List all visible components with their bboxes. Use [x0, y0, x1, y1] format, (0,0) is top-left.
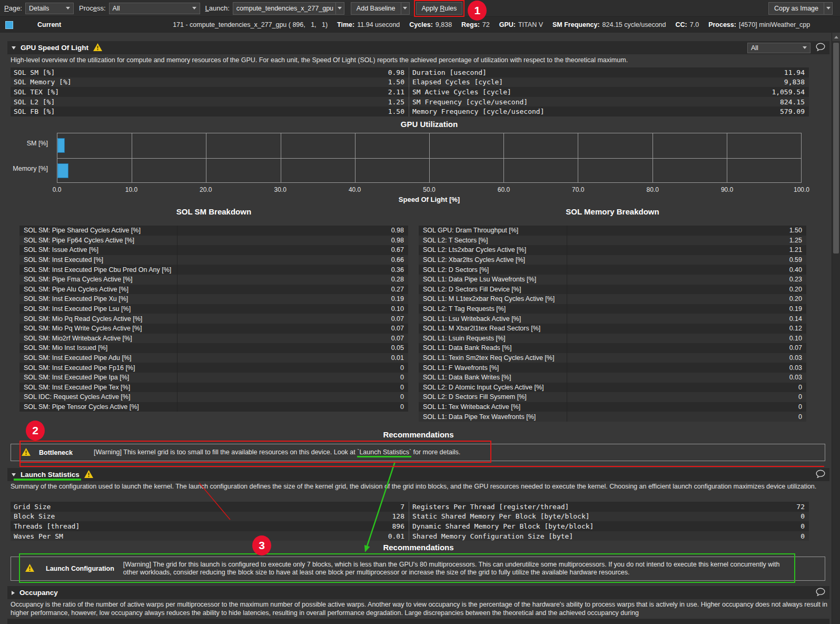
add-baseline-button[interactable]: Add Baseline	[351, 2, 401, 15]
tick-label: 50.0	[423, 186, 435, 193]
metric-name: SOL L1: Lsuin Requests [%]	[419, 334, 567, 344]
metric-name: SOL L1: Data Bank Writes [%]	[419, 373, 567, 383]
stat-value: 11.94 usecond	[357, 21, 400, 28]
stat-value: [4570] miniWeather_cpp	[739, 21, 810, 28]
metric-value: 0.12	[567, 325, 806, 332]
copy-as-image-arrow[interactable]	[824, 2, 833, 15]
launch-select[interactable]: compute_tendencies_x_277_gpu	[233, 2, 336, 15]
expand-icon[interactable]	[12, 591, 15, 595]
tick-label: 30.0	[274, 186, 286, 193]
table-row: SOL L1: Data Pipe Tex Wavefronts [%]0	[419, 412, 806, 422]
table-row: SOL SM: Mio2rf Writeback Active [%]0.07	[19, 334, 408, 344]
table-row: SOL SM: Pipe Alu Cycles Active [%]0.27	[19, 285, 408, 295]
collapse-icon[interactable]	[12, 473, 16, 476]
table-row: SOL L1: Data Pipe Lsu Wavefronts [%]0.23	[419, 275, 806, 285]
tick-label: 80.0	[647, 186, 659, 193]
metric-name: SOL L1: M Xbar2l1tex Read Sectors [%]	[419, 324, 567, 334]
table-row: Duration [usecond]11.94	[409, 67, 809, 77]
metric-name: Waves Per SM	[14, 532, 388, 540]
chevron-down-icon	[66, 7, 70, 9]
metric-value: 0.14	[567, 315, 806, 323]
table-row: SOL SM: Inst Executed Pipe Lsu [%]0.10	[19, 304, 408, 314]
table-row: SOL TEX [%]2.11	[11, 87, 409, 97]
table-row: SOL L2: D Sectors Fill Device [%]0.20	[419, 285, 806, 295]
metric-name: SOL SM: Pipe Tensor Cycles Active [%]	[19, 402, 177, 412]
section-title: Launch Statistics	[21, 471, 80, 479]
table-row: Static Shared Memory Per Block [byte/blo…	[409, 512, 809, 522]
comment-icon[interactable]	[816, 470, 825, 480]
metric-value: 0.98	[177, 227, 408, 234]
metric-name: SOL SM: Mio Inst Issued [%]	[19, 343, 177, 353]
chart-category-labels: SM [%]Memory [%]	[0, 133, 52, 183]
scrollbar-thumb[interactable]	[833, 43, 839, 253]
collapse-icon[interactable]	[12, 46, 16, 50]
launch-stats-table: Grid Size7Block Size128Threads [thread]8…	[11, 502, 808, 541]
launch-select-arrow[interactable]	[336, 2, 344, 15]
metric-value: 579.09	[780, 108, 805, 115]
comment-icon[interactable]	[816, 43, 825, 53]
warning-icon	[84, 470, 93, 480]
metric-value: 1.25	[388, 98, 404, 106]
annotation-circle-3: 3	[252, 535, 271, 555]
apply-rules-button[interactable]: Apply Rules	[416, 2, 463, 15]
table-row: SM Frequency [cycle/usecond]824.15	[409, 97, 809, 107]
metric-value: 1.50	[388, 78, 404, 86]
metric-name: SOL IDC: Request Cycles Active [%]	[19, 392, 177, 402]
category-label: Memory [%]	[13, 165, 48, 172]
metric-name: Grid Size	[14, 503, 400, 511]
launch-label: Launch:	[205, 4, 230, 12]
table-row: SOL SM: Inst Executed Pipe Xu [%]0.19	[19, 294, 408, 304]
metric-value: 824.15	[780, 98, 805, 106]
sol-summary-table: SOL SM [%]0.98SOL Memory [%]1.50SOL TEX …	[11, 67, 808, 116]
band-divider	[57, 158, 801, 159]
metric-value: 0	[567, 413, 806, 421]
metric-name: SOL SM: Mio Pq Write Cycles Active [%]	[19, 324, 177, 334]
partial-next-row	[7, 619, 829, 624]
metric-value: 0	[177, 384, 408, 391]
table-row: SOL FB [%]1.50	[11, 106, 409, 116]
launch-statistics-link[interactable]: `Launch Statistics`	[357, 448, 411, 457]
apply-rules-wrap: Apply Rules 1	[416, 2, 463, 15]
metric-name: Duration [usecond]	[412, 69, 784, 76]
metric-name: SOL TEX [%]	[14, 88, 388, 96]
section-header-launch-statistics[interactable]: Launch Statistics	[7, 468, 829, 481]
section-header-occupancy[interactable]: Occupancy	[7, 586, 829, 599]
table-row: SOL SM: Inst Executed Pipe Ipa [%]0	[19, 373, 408, 383]
metric-value: 0.10	[567, 335, 806, 342]
scroll-up-icon	[834, 36, 838, 38]
page-label: Page:	[4, 4, 22, 12]
vertical-scrollbar[interactable]	[832, 33, 840, 624]
metric-name: SOL SM: Pipe Alu Cycles Active [%]	[19, 285, 177, 295]
stat-label: CC:	[676, 21, 687, 28]
current-color-swatch	[5, 21, 13, 29]
metric-value: 0	[177, 364, 408, 372]
metric-value: 0.03	[567, 364, 806, 372]
metric-value: 0.10	[177, 305, 408, 313]
stat: Process:[4570] miniWeather_cpp	[708, 21, 810, 28]
table-row: Memory Frequency [cycle/usecond]579.09	[409, 106, 809, 116]
stat-value: 824.15 cycle/usecond	[602, 21, 666, 28]
scroll-up-button[interactable]	[832, 33, 840, 41]
table-row: SOL L1: Data Bank Reads [%]0.07	[419, 343, 806, 353]
stat: GPU:TITAN V	[499, 21, 543, 28]
rule-name: Bottleneck	[39, 449, 85, 456]
metric-value: 0.66	[177, 256, 408, 264]
metric-value: 0	[801, 522, 805, 530]
metric-name: SOL L2: Xbar2lts Cycles Active [%]	[419, 255, 567, 265]
section-header-gpu-speed-of-light[interactable]: GPU Speed Of Light All	[7, 41, 829, 54]
table-row: SOL IDC: Request Cycles Active [%]0	[19, 392, 408, 402]
section-filter-select[interactable]: All	[747, 43, 811, 53]
metric-name: SOL FB [%]	[14, 108, 388, 115]
comment-icon[interactable]	[816, 588, 825, 598]
process-select[interactable]: All	[109, 3, 200, 14]
metric-name: SOL SM: Inst Executed Pipe Ipa [%]	[19, 373, 177, 383]
add-baseline-arrow[interactable]	[401, 2, 410, 15]
metric-value: 1,059.54	[772, 88, 805, 96]
tick-label: 10.0	[125, 186, 137, 193]
chart-axis-ticks: 0.010.020.030.040.050.060.070.080.090.01…	[57, 186, 802, 194]
table-row: SOL L2: D Sectors [%]0.40	[419, 265, 806, 275]
metric-name: SOL SM: Issue Active [%]	[19, 245, 177, 255]
copy-as-image-button[interactable]: Copy as Image	[768, 2, 824, 15]
page-select[interactable]: Details	[25, 3, 74, 14]
table-row: Grid Size7	[11, 502, 409, 512]
